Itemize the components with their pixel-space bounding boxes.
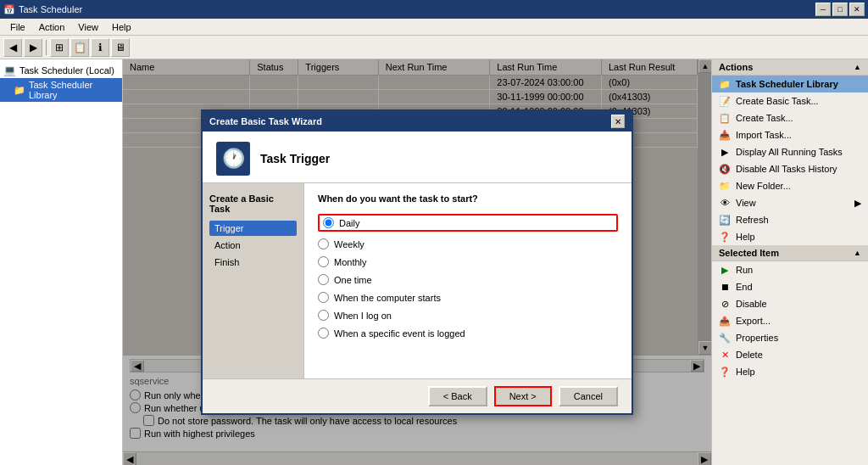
modal-section-title: Task Trigger: [260, 152, 330, 165]
selected-action-disable[interactable]: ⊘ Disable: [712, 295, 868, 312]
folder-icon: 📁: [719, 78, 731, 90]
toolbar-btn-1[interactable]: ⊞: [50, 38, 69, 57]
selected-action-help[interactable]: ❓ Help: [712, 363, 868, 380]
selected-action-run[interactable]: ▶ Run: [712, 261, 868, 278]
maximize-button[interactable]: □: [832, 3, 848, 16]
sidebar-item-local[interactable]: 💻 Task Scheduler (Local): [0, 63, 122, 78]
modal-title: Create Basic Task Wizard: [209, 116, 322, 126]
disable-icon: 🔇: [719, 163, 731, 175]
action-refresh-label: Refresh: [736, 215, 769, 225]
radio-daily[interactable]: [323, 217, 334, 228]
wizard-step-trigger[interactable]: Trigger: [209, 221, 297, 236]
radio-startup-label: When the computer starts: [334, 293, 441, 303]
actions-collapse-icon[interactable]: ▲: [854, 63, 861, 71]
wizard-steps: Create a Basic Task Trigger Action Finis…: [203, 183, 304, 378]
action-library-selected[interactable]: 📁 Task Scheduler Library: [712, 76, 868, 92]
radio-weekly[interactable]: [318, 238, 329, 249]
radio-weekly-label: Weekly: [334, 239, 364, 249]
action-help[interactable]: ❓ Help: [712, 228, 868, 245]
help-selected-icon: ❓: [719, 366, 731, 378]
radio-logon-option[interactable]: When I log on: [318, 310, 618, 321]
action-import-task[interactable]: 📥 Import Task...: [712, 126, 868, 143]
action-display-running[interactable]: ▶ Display All Running Tasks: [712, 143, 868, 160]
radio-event-label: When a specific event is logged: [334, 328, 465, 339]
close-button[interactable]: ✕: [849, 3, 865, 16]
action-display-label: Display All Running Tasks: [736, 147, 843, 157]
wizard-question: When do you want the task to start?: [318, 193, 618, 204]
sidebar-item-library-label: Task Scheduler Library: [29, 80, 119, 100]
title-bar: 📅 Task Scheduler ─ □ ✕: [0, 0, 868, 19]
selected-export-label: Export...: [736, 316, 771, 326]
center-area: Name Status Triggers Next Run Time Last …: [123, 59, 711, 465]
back-button[interactable]: < Back: [428, 386, 487, 406]
radio-startup-option[interactable]: When the computer starts: [318, 292, 618, 303]
selected-action-export[interactable]: 📤 Export...: [712, 312, 868, 329]
selected-action-properties[interactable]: 🔧 Properties: [712, 329, 868, 346]
app-icon: 📅: [3, 4, 15, 15]
create-basic-icon: 📝: [719, 95, 731, 107]
toolbar-separator: [46, 40, 47, 55]
action-refresh[interactable]: 🔄 Refresh: [712, 211, 868, 228]
delete-icon: ✕: [719, 349, 731, 361]
action-create-task[interactable]: 📋 Create Task...: [712, 109, 868, 126]
radio-daily-label: Daily: [339, 218, 359, 228]
actions-header: Actions ▲: [712, 59, 868, 76]
action-create-basic[interactable]: 📝 Create Basic Task...: [712, 92, 868, 109]
radio-daily-option[interactable]: Daily: [318, 214, 618, 232]
selected-item-header: Selected Item ▲: [712, 245, 868, 261]
computer-icon: 💻: [3, 64, 16, 76]
export-icon: 📤: [719, 315, 731, 327]
clock-icon: 🕐: [222, 148, 245, 170]
toolbar-btn-4[interactable]: 🖥: [111, 38, 130, 57]
selected-run-label: Run: [736, 265, 753, 275]
radio-monthly-option[interactable]: Monthly: [318, 256, 618, 267]
menu-file[interactable]: File: [3, 20, 32, 34]
action-view-label: View: [736, 198, 756, 208]
radio-event-option[interactable]: When a specific event is logged: [318, 328, 618, 339]
action-create-basic-label: Create Basic Task...: [736, 96, 819, 106]
action-help-label: Help: [736, 232, 755, 242]
toolbar: ◀ ▶ ⊞ 📋 ℹ 🖥: [0, 36, 868, 59]
refresh-icon: 🔄: [719, 214, 731, 226]
menu-action[interactable]: Action: [32, 20, 72, 34]
title-bar-text: Task Scheduler: [19, 4, 82, 14]
radio-onetime-label: One time: [334, 275, 372, 285]
running-icon: ▶: [719, 146, 731, 158]
menu-view[interactable]: View: [71, 20, 105, 34]
wizard-step-finish[interactable]: Finish: [209, 255, 297, 270]
radio-logon-label: When I log on: [334, 311, 392, 321]
selected-collapse-icon[interactable]: ▲: [854, 249, 861, 257]
modal-dialog: Create Basic Task Wizard ✕ 🕐 Task Trigge…: [201, 109, 633, 415]
menu-help[interactable]: Help: [105, 20, 138, 34]
folder-icon: 📁: [14, 85, 25, 96]
cancel-button[interactable]: Cancel: [559, 386, 618, 406]
radio-onetime-option[interactable]: One time: [318, 274, 618, 285]
disable-selected-icon: ⊘: [719, 298, 731, 310]
selected-action-delete[interactable]: ✕ Delete: [712, 346, 868, 363]
properties-icon: 🔧: [719, 332, 731, 344]
action-view[interactable]: 👁 View ▶: [712, 194, 868, 211]
toolbar-btn-2[interactable]: 📋: [70, 38, 89, 57]
radio-event[interactable]: [318, 328, 329, 339]
radio-monthly[interactable]: [318, 256, 329, 267]
radio-logon[interactable]: [318, 310, 329, 321]
title-bar-controls: ─ □ ✕: [815, 3, 865, 16]
radio-onetime[interactable]: [318, 274, 329, 285]
modal-close-button[interactable]: ✕: [611, 115, 625, 128]
radio-weekly-option[interactable]: Weekly: [318, 238, 618, 249]
back-button[interactable]: ◀: [3, 38, 22, 57]
sidebar-item-library[interactable]: 📁 Task Scheduler Library: [0, 78, 122, 102]
minimize-button[interactable]: ─: [815, 3, 831, 16]
right-panel: Actions ▲ 📁 Task Scheduler Library 📝 Cre…: [711, 59, 868, 465]
action-disable-history[interactable]: 🔇 Disable All Tasks History: [712, 160, 868, 177]
selected-properties-label: Properties: [736, 333, 778, 343]
radio-startup[interactable]: [318, 292, 329, 303]
modal-header: 🕐 Task Trigger: [203, 132, 632, 183]
next-button[interactable]: Next >: [494, 386, 552, 406]
toolbar-btn-3[interactable]: ℹ: [91, 38, 109, 57]
forward-button[interactable]: ▶: [24, 38, 42, 57]
modal-footer: < Back Next > Cancel: [203, 378, 632, 413]
selected-action-end[interactable]: ⏹ End: [712, 278, 868, 295]
action-new-folder[interactable]: 📁 New Folder...: [712, 177, 868, 194]
wizard-step-action[interactable]: Action: [209, 238, 297, 253]
